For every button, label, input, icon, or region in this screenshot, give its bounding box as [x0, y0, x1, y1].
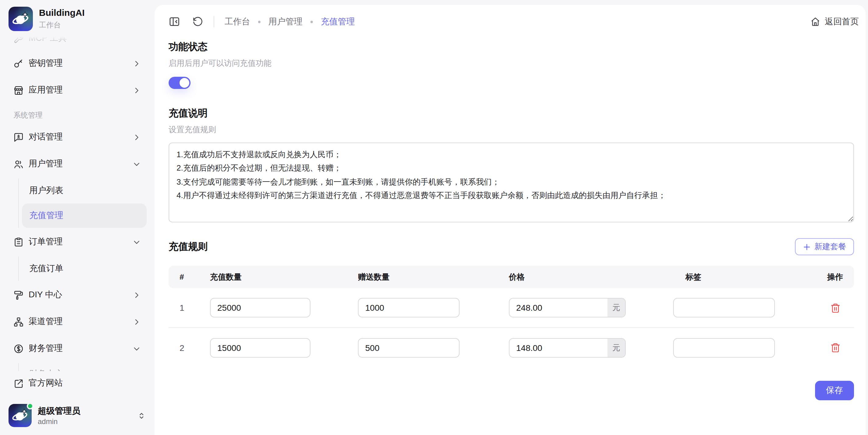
col-tag: 标签 [673, 271, 816, 282]
feature-status-subtitle: 启用后用户可以访问充值功能 [168, 58, 854, 69]
price-input-group: 元 [509, 338, 626, 357]
price-input-group: 元 [509, 298, 626, 317]
chevron-right-icon [133, 59, 141, 67]
sidebar-item-app-management[interactable]: 应用管理 [8, 78, 147, 103]
chevron-right-icon [133, 133, 141, 141]
sidebar-item-channel-management[interactable]: 渠道管理 [8, 310, 147, 334]
sidebar-item-label: 渠道管理 [29, 316, 63, 327]
feature-status-title: 功能状态 [168, 41, 854, 54]
col-actions: 操作 [816, 271, 854, 282]
sidebar-section-system: 系统管理 [13, 110, 147, 121]
app-window: BuildingAI 工作台 MCP 工具 密钥管理 [0, 0, 868, 435]
recharge-note-section: 充值说明 设置充值规则 1.充值成功后不支持退款或反向兑换为人民币； 2.充值后… [168, 107, 854, 222]
sidebar-menu: MCP 工具 密钥管理 应用管理 系统管理 [0, 33, 155, 371]
collapse-sidebar-icon[interactable] [168, 16, 180, 27]
sidebar-item-user-list[interactable]: 用户列表 [22, 178, 147, 203]
plus-icon [803, 243, 811, 251]
row-index: 1 [180, 303, 210, 313]
bonus-input[interactable] [358, 338, 460, 357]
back-home-label: 返回首页 [825, 16, 859, 27]
header-divider [214, 16, 214, 27]
sidebar-item-chat-management[interactable]: 对话管理 [8, 125, 147, 149]
sidebar-item-label: DIY 中心 [29, 289, 62, 300]
rules-header-row: 充值规则 新建套餐 [168, 238, 854, 255]
price-input[interactable] [509, 298, 608, 317]
sidebar-item-label: 订单管理 [29, 236, 63, 248]
save-button[interactable]: 保存 [815, 381, 854, 400]
rules-table-header: # 充值数量 赠送数量 价格 标签 操作 [168, 266, 854, 288]
sidebar-item-mcp-tools[interactable]: MCP 工具 [8, 33, 147, 49]
avatar [8, 404, 32, 427]
delete-row-trash-icon[interactable] [830, 342, 840, 353]
sidebar-item-label: 用户列表 [29, 185, 63, 196]
order-management-submenu: 充值订单 [18, 257, 147, 281]
sidebar-item-label: 财务中心 [29, 369, 63, 371]
back-home-button[interactable]: 返回首页 [810, 16, 859, 27]
sidebar-item-label: 充值管理 [29, 210, 63, 221]
user-management-submenu: 用户列表 充值管理 [18, 178, 147, 228]
user-role: 超级管理员 [38, 405, 80, 416]
sidebar-item-key-management[interactable]: 密钥管理 [8, 51, 147, 76]
rules-title: 充值规则 [168, 240, 208, 253]
col-price: 价格 [509, 271, 673, 282]
new-package-button[interactable]: 新建套餐 [795, 238, 854, 255]
sidebar-item-label: 用户管理 [29, 158, 63, 169]
sidebar-item-finance-center[interactable]: 财务中心 [22, 363, 147, 371]
chevron-down-icon [133, 345, 141, 352]
feature-enabled-toggle[interactable] [168, 77, 190, 89]
col-amount: 充值数量 [210, 271, 358, 282]
feature-status-section: 功能状态 启用后用户可以访问充值功能 [168, 41, 854, 89]
buildingai-logo-icon [8, 7, 33, 31]
save-row: 保存 [168, 381, 854, 400]
sidebar-item-official-website[interactable]: 官方网站 [8, 371, 147, 396]
col-index: # [180, 272, 210, 282]
rule-row-2: 2 元 [168, 328, 854, 367]
clipboard-icon [13, 237, 24, 247]
page-content: 功能状态 启用后用户可以访问充值功能 充值说明 设置充值规则 1.充值成功后不支… [155, 27, 866, 400]
users-icon [13, 159, 24, 169]
chevron-down-icon [133, 238, 141, 246]
chevron-right-icon [133, 86, 141, 94]
sidebar-item-label: MCP 工具 [29, 33, 67, 44]
breadcrumb-separator [310, 21, 313, 23]
sidebar-item-label: 财务管理 [29, 343, 63, 354]
sidebar-item-recharge-orders[interactable]: 充值订单 [22, 257, 147, 281]
tag-input[interactable] [673, 338, 775, 357]
online-status-dot [27, 403, 33, 409]
amount-input[interactable] [210, 298, 310, 317]
rule-row-1: 1 元 [168, 288, 854, 328]
currency-suffix: 元 [608, 339, 625, 357]
dollar-circle-icon [13, 343, 24, 354]
sidebar-item-label: 应用管理 [29, 85, 63, 96]
chevrons-up-down-icon[interactable] [137, 411, 146, 420]
sidebar-item-label: 官方网站 [29, 378, 63, 389]
new-package-label: 新建套餐 [814, 241, 846, 252]
delete-row-trash-icon[interactable] [830, 302, 840, 313]
tag-input[interactable] [673, 298, 775, 317]
amount-input[interactable] [210, 338, 310, 357]
finance-management-submenu: 财务中心 [18, 363, 147, 371]
chevron-down-icon [133, 160, 141, 168]
sidebar-item-order-management[interactable]: 订单管理 [8, 230, 147, 254]
sidebar-item-recharge-management[interactable]: 充值管理 [22, 203, 147, 228]
store-icon [13, 85, 24, 95]
sidebar-item-finance-management[interactable]: 财务管理 [8, 336, 147, 361]
sidebar-item-user-management[interactable]: 用户管理 [8, 152, 147, 176]
main-panel: 工作台 用户管理 充值管理 返回首页 功能状态 启用后用户可以访问充值功能 [155, 5, 866, 435]
recharge-note-textarea[interactable]: 1.充值成功后不支持退款或反向兑换为人民币； 2.充值后的积分不会过期，但无法提… [168, 143, 854, 222]
chevron-right-icon [133, 318, 141, 326]
current-user-card[interactable]: 超级管理员 admin [0, 398, 155, 435]
refresh-icon[interactable] [192, 16, 203, 27]
network-icon [13, 317, 24, 327]
app-title: BuildingAI [39, 7, 85, 19]
sidebar-item-label: 密钥管理 [29, 58, 63, 69]
breadcrumb-workbench[interactable]: 工作台 [225, 16, 250, 27]
toggle-knob [180, 78, 189, 88]
breadcrumb-user-management[interactable]: 用户管理 [269, 16, 303, 27]
app-subtitle: 工作台 [39, 20, 85, 30]
external-link-icon [13, 378, 24, 388]
price-input[interactable] [509, 339, 608, 357]
sidebar-item-diy-center[interactable]: DIY 中心 [8, 283, 147, 307]
paint-roller-icon [13, 290, 24, 300]
bonus-input[interactable] [358, 298, 460, 317]
